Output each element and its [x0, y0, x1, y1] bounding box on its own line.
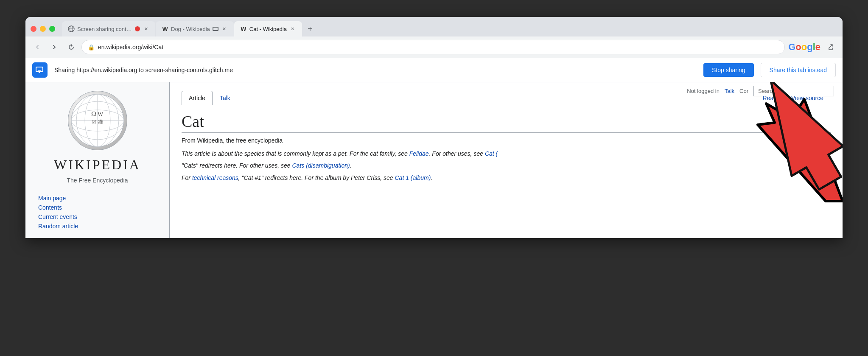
back-button[interactable] [31, 40, 44, 54]
sharing-icon [32, 62, 48, 78]
tab-dog-label: Dog - Wikipedia [171, 26, 210, 32]
svg-marker-3 [71, 44, 73, 47]
w-wikipedia-icon: W [162, 25, 168, 32]
svg-text:И: И [92, 118, 96, 125]
nav-link-current-events[interactable]: Current events [38, 213, 161, 220]
cat1-album-link[interactable]: Cat 1 (album) [395, 174, 431, 181]
wikipedia-subtitle: The Free Encyclopedia [67, 177, 128, 184]
svg-text:Ω: Ω [91, 110, 96, 118]
title-bar: Screen sharing controls ✕ W Dog - Wikipe… [25, 17, 843, 36]
google-logo: Google [788, 42, 820, 53]
toolbar: 🔒 en.wikipedia.org/wiki/Cat Google [25, 36, 843, 58]
wikipedia-globe: Ω W И 維 [68, 91, 127, 150]
close-button[interactable] [31, 26, 36, 32]
new-tab-button[interactable]: + [304, 23, 316, 35]
share-button[interactable] [824, 40, 837, 54]
tab-close-cat[interactable]: ✕ [289, 25, 296, 32]
article-body-2: "Cats" redirects here. For other uses, s… [182, 161, 831, 170]
wiki-nav-links: Main page Contents Current events Random… [34, 195, 161, 230]
screen-share-indicator [213, 27, 218, 31]
felidae-link[interactable]: Felidae [409, 150, 429, 157]
tab-dog-wikipedia[interactable]: W Dog - Wikipedia ✕ [156, 21, 234, 36]
tab-article[interactable]: Article [182, 91, 213, 105]
nav-link-random-article[interactable]: Random article [38, 223, 161, 230]
tab-cat-wikipedia[interactable]: W Cat - Wikipedia ✕ [234, 21, 302, 36]
wikipedia-title: Wikipedia [54, 157, 141, 173]
globe-icon [68, 25, 75, 32]
tabs-container: Screen sharing controls ✕ W Dog - Wikipe… [62, 21, 837, 36]
tab-close-dog[interactable]: ✕ [221, 25, 228, 32]
maximize-button[interactable] [49, 26, 55, 32]
address-bar[interactable]: 🔒 en.wikipedia.org/wiki/Cat [81, 40, 785, 54]
tab-talk[interactable]: Talk [213, 91, 238, 105]
tab-screen-sharing-label: Screen sharing controls [77, 26, 132, 32]
share-tab-button[interactable]: Share this tab instead [761, 63, 836, 77]
cat-link[interactable]: Cat ( [485, 150, 498, 157]
browser-window: Screen sharing controls ✕ W Dog - Wikipe… [25, 17, 843, 238]
search-input[interactable] [753, 86, 834, 96]
not-logged-in-text: Not logged in [687, 88, 720, 94]
recording-dot [135, 26, 140, 31]
tab-cat-label: Cat - Wikipedia [249, 26, 287, 32]
page-content: Ω W И 維 Wikipedia The Free Encyclopedia … [25, 82, 843, 238]
wiki-sidebar: Ω W И 維 Wikipedia The Free Encyclopedia … [25, 82, 170, 238]
technical-reasons-link[interactable]: technical reasons [192, 174, 238, 181]
reload-button[interactable] [64, 40, 78, 54]
nav-link-contents[interactable]: Contents [38, 204, 161, 211]
svg-rect-5 [38, 70, 41, 72]
wiki-main: Not logged in Talk Cor Article Talk Read… [170, 82, 843, 238]
stop-sharing-button[interactable]: Stop sharing [703, 63, 754, 77]
article-body-3: For technical reasons, "Cat #1" redirect… [182, 173, 831, 182]
svg-text:維: 維 [98, 119, 103, 125]
sharing-bar: Sharing https://en.wikipedia.org to scre… [25, 58, 843, 82]
cats-disambiguation-link[interactable]: Cats (disambiguation) [292, 162, 350, 169]
w-wikipedia-icon-cat: W [240, 25, 247, 32]
talk-link[interactable]: Talk [725, 88, 734, 94]
svg-text:W: W [98, 111, 104, 118]
article-intro: From Wikipedia, the free encyclopedia [182, 137, 831, 144]
tab-screen-sharing[interactable]: Screen sharing controls ✕ [62, 21, 155, 36]
article-heading: Cat [182, 112, 831, 133]
svg-rect-6 [39, 72, 40, 73]
contrib-abbr: Cor [739, 88, 748, 94]
forward-button[interactable] [48, 40, 61, 54]
minimize-button[interactable] [40, 26, 46, 32]
sharing-message: Sharing https://en.wikipedia.org to scre… [54, 67, 697, 73]
lock-icon: 🔒 [88, 44, 95, 50]
url-text: en.wikipedia.org/wiki/Cat [98, 44, 778, 50]
toolbar-right: Google [788, 40, 837, 54]
wiki-top-right: Not logged in Talk Cor [687, 86, 834, 96]
article-body-1: This article is about the species that i… [182, 149, 831, 158]
traffic-lights [31, 26, 55, 32]
nav-link-main-page[interactable]: Main page [38, 195, 161, 202]
tab-close-screen-sharing[interactable]: ✕ [143, 25, 149, 32]
